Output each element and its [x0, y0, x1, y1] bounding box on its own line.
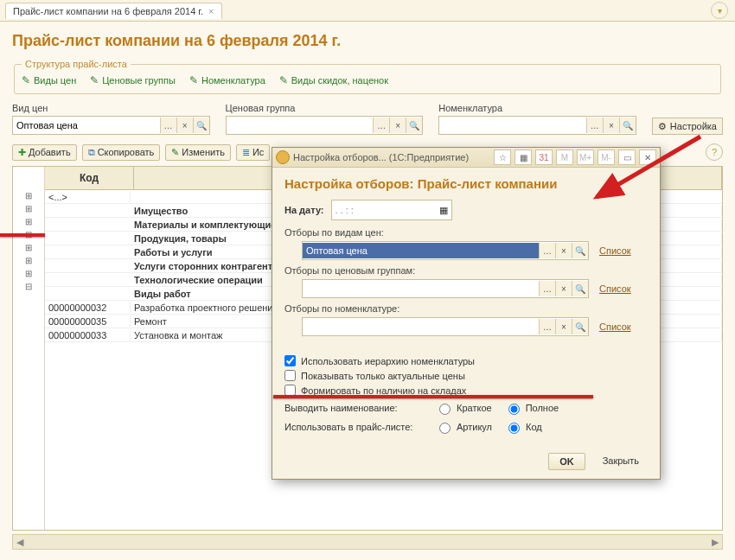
settings-button[interactable]: ⚙ Настройка — [652, 118, 723, 135]
dialog-title: Настройка отборов... (1С:Предприятие) — [293, 152, 469, 162]
nomenclature-label: Номенклатура — [438, 103, 636, 113]
clear-icon[interactable]: × — [555, 243, 572, 258]
dropdown-menu-icon[interactable]: ▾ — [711, 2, 728, 19]
mem-m[interactable]: M — [556, 150, 573, 165]
price-type-label: Вид цен — [12, 103, 210, 113]
copy-icon: ⧉ — [88, 147, 95, 158]
calc-icon[interactable]: ▦ — [514, 150, 532, 165]
clear-icon[interactable]: × — [176, 118, 193, 133]
col-header-code[interactable]: Код — [45, 167, 134, 189]
section-nomenclature: Отборы по номенклатуре: — [284, 303, 648, 314]
tree-toggle-icon — [13, 321, 44, 334]
cell-code: <...> — [45, 192, 131, 202]
filter-price-group-input[interactable] — [303, 281, 539, 296]
chk-stock[interactable] — [284, 385, 296, 396]
close-icon[interactable]: × — [208, 6, 214, 16]
tree-toggle-icon[interactable]: ⊞ — [13, 204, 44, 217]
price-type-combo[interactable]: … × 🔍 — [12, 116, 210, 135]
tree-toggle-icon[interactable]: ⊞ — [13, 230, 44, 243]
filter-price-type-input[interactable] — [303, 243, 539, 258]
cell-code: 00000000032 — [45, 302, 131, 313]
radio-short[interactable] — [439, 404, 451, 415]
date-input[interactable]: . . : : ▦ — [331, 200, 452, 220]
price-type-input[interactable] — [13, 118, 160, 133]
tree-toggle-icon[interactable]: ⊞ — [13, 191, 44, 204]
pencil-icon: ✎ — [90, 74, 99, 86]
ellipsis-icon[interactable]: … — [539, 243, 555, 258]
calendar-icon[interactable]: 31 — [535, 150, 553, 165]
price-group-input[interactable] — [227, 118, 374, 133]
tree-toggle-icon — [13, 308, 44, 321]
price-group-combo[interactable]: … × 🔍 — [226, 116, 424, 135]
price-group-label: Ценовая группа — [226, 103, 424, 113]
ellipsis-icon[interactable]: … — [539, 281, 555, 296]
list-link[interactable]: Список — [599, 321, 648, 332]
scroll-right-icon[interactable]: ▶ — [708, 537, 722, 548]
search-icon[interactable]: 🔍 — [193, 118, 209, 133]
add-button[interactable]: ✚Добавить — [12, 144, 77, 161]
link-price-groups[interactable]: ✎Ценовые группы — [90, 74, 176, 86]
ellipsis-icon[interactable]: … — [586, 118, 603, 133]
radio-full[interactable] — [508, 404, 520, 415]
dialog-heading: Настройка отборов: Прайс-лист компании — [284, 176, 648, 191]
search-icon[interactable]: 🔍 — [572, 319, 588, 334]
section-price-groups: Отборы по ценовым группам: — [284, 265, 648, 276]
search-icon[interactable]: 🔍 — [619, 118, 636, 133]
filter-nomenclature-combo[interactable]: … × 🔍 — [302, 317, 589, 336]
help-icon[interactable]: ? — [706, 143, 723, 161]
mem-mplus[interactable]: M+ — [577, 150, 594, 165]
minimize-icon[interactable]: ▭ — [618, 150, 636, 165]
filter-price-type-combo[interactable]: … × 🔍 — [302, 241, 589, 260]
list-link[interactable]: Список — [599, 245, 648, 256]
chk-actual[interactable] — [284, 370, 296, 381]
edit-button[interactable]: ✎Изменить — [165, 144, 231, 161]
scroll-left-icon[interactable]: ◀ — [13, 537, 27, 548]
tree-toggle-icon[interactable]: ⊞ — [13, 256, 44, 269]
clear-icon[interactable]: × — [555, 319, 572, 334]
filter-price-group-combo[interactable]: … × 🔍 — [302, 279, 589, 298]
copy-button[interactable]: ⧉Скопировать — [82, 144, 161, 161]
nomenclature-input[interactable] — [439, 118, 586, 133]
link-discounts[interactable]: ✎Виды скидок, наценок — [279, 74, 388, 86]
list-link[interactable]: Список — [599, 283, 648, 294]
close-icon[interactable]: ✕ — [639, 150, 656, 165]
nomenclature-combo[interactable]: … × 🔍 — [438, 116, 636, 135]
ellipsis-icon[interactable]: … — [160, 118, 176, 133]
radio-code[interactable] — [508, 423, 520, 434]
ellipsis-icon[interactable]: … — [373, 118, 389, 133]
tree-toggle-icon[interactable]: ⊞ — [13, 243, 44, 256]
structure-legend: Структура прайс-листа — [22, 59, 131, 69]
history-button[interactable]: ≣Ис — [236, 144, 270, 161]
tree-toggle-icon[interactable]: ⊞ — [13, 269, 44, 282]
ellipsis-icon[interactable]: … — [539, 319, 555, 334]
pencil-icon: ✎ — [189, 74, 198, 86]
tree-toggle-icon — [13, 295, 44, 308]
radio-name-label: Выводить наименование: — [284, 403, 423, 413]
doc-icon: ≣ — [242, 147, 250, 158]
pencil-icon: ✎ — [22, 74, 30, 86]
search-icon[interactable]: 🔍 — [572, 243, 588, 258]
ok-button[interactable]: OK — [548, 453, 585, 470]
plus-icon: ✚ — [18, 147, 26, 158]
link-price-types[interactable]: ✎Виды цен — [22, 74, 76, 86]
pencil-icon: ✎ — [279, 74, 288, 86]
filter-settings-dialog: Настройка отборов... (1С:Предприятие) ☆ … — [272, 147, 661, 480]
favorite-icon[interactable]: ☆ — [494, 150, 511, 165]
chk-hierarchy[interactable] — [284, 355, 296, 366]
link-nomenclature[interactable]: ✎Номенклатура — [189, 74, 265, 86]
close-button[interactable]: Закрыть — [592, 453, 649, 470]
calendar-icon[interactable]: ▦ — [439, 205, 448, 216]
structure-fieldset: Структура прайс-листа ✎Виды цен ✎Ценовые… — [14, 59, 721, 94]
clear-icon[interactable]: × — [389, 118, 406, 133]
mem-mminus[interactable]: M- — [598, 150, 615, 165]
radio-article[interactable] — [439, 423, 451, 434]
search-icon[interactable]: 🔍 — [572, 281, 588, 296]
clear-icon[interactable]: × — [603, 118, 619, 133]
horizontal-scrollbar[interactable]: ◀ ▶ — [12, 534, 723, 550]
filter-nomenclature-input[interactable] — [303, 319, 539, 334]
clear-icon[interactable]: × — [555, 281, 572, 296]
tab-active[interactable]: Прайс-лист компании на 6 февраля 2014 г.… — [5, 3, 222, 19]
tree-toggle-icon[interactable]: ⊞ — [13, 217, 44, 230]
tree-toggle-icon[interactable]: ⊟ — [13, 282, 44, 295]
search-icon[interactable]: 🔍 — [406, 118, 422, 133]
